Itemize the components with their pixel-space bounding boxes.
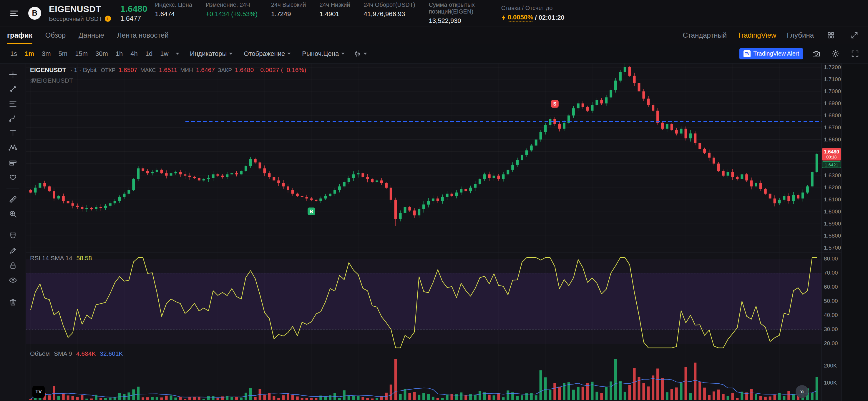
settings-gear-icon[interactable] bbox=[829, 47, 842, 60]
ohlc-value: 1.6511 bbox=[159, 66, 178, 73]
chart-region[interactable]: BS EIGENUSDT · 1 · Bybit ОТКР1.6507МАКС1… bbox=[26, 64, 822, 401]
funding-countdown: / 02:01:20 bbox=[535, 14, 564, 22]
collapse-panel-button[interactable]: » bbox=[796, 385, 809, 398]
bybit-logo[interactable]: B bbox=[28, 7, 41, 20]
lock-all-tool[interactable] bbox=[6, 258, 20, 273]
remove-all-tool[interactable] bbox=[6, 295, 20, 309]
price-tick-label: 1.7100 bbox=[824, 76, 841, 82]
stat-value: 13,522,930 bbox=[429, 17, 494, 25]
drawing-pin-icon bbox=[8, 246, 18, 255]
main-legend: EIGENUSDT · 1 · Bybit ОТКР1.6507МАКС1.65… bbox=[30, 66, 306, 73]
crosshair-tool[interactable] bbox=[6, 67, 20, 82]
timeframe-30m[interactable]: 30m bbox=[92, 47, 112, 60]
rsi-tick-label: 60.00 bbox=[824, 284, 838, 290]
tradingview-alert-button[interactable]: TV TradingView Alert bbox=[739, 48, 803, 59]
xabcd-pattern-tool[interactable] bbox=[6, 140, 20, 155]
legend-meta: · 1 · Bybit bbox=[70, 66, 97, 73]
ruler-tool[interactable] bbox=[6, 192, 20, 207]
stat-label: 24ч Высокий bbox=[271, 1, 306, 8]
zoom-in-tool[interactable] bbox=[6, 207, 20, 221]
timeframe-more-caret[interactable] bbox=[176, 53, 179, 55]
ohlc-change: −0.0027 (−0.16%) bbox=[257, 66, 306, 73]
ohlc-key: МАКС bbox=[141, 67, 156, 73]
header-stat-5: Сумма открытых позиций(EIGEN) 13,522,930 bbox=[429, 1, 494, 25]
timeframe-15m[interactable]: 15m bbox=[71, 47, 92, 60]
header: B EIGENUSDT Бессрочный USDT i 1.6480 1.6… bbox=[0, 0, 868, 27]
volume-pane[interactable]: Объём SMA 9 4.684K 32.601K bbox=[26, 349, 822, 401]
main-chart-pane[interactable]: BS EIGENUSDT · 1 · Bybit ОТКР1.6507МАКС1… bbox=[26, 64, 822, 253]
timeframe-5m[interactable]: 5m bbox=[55, 47, 71, 60]
header-stat-0: Индекс. Цена 1.6474 bbox=[155, 1, 192, 18]
chart-mode-2[interactable]: Глубина bbox=[787, 31, 814, 39]
info-icon[interactable]: i bbox=[105, 15, 111, 22]
toolbar-menu-1[interactable]: Отображение bbox=[240, 47, 294, 60]
fib-retracement-tool[interactable] bbox=[6, 96, 20, 111]
lightning-icon bbox=[501, 14, 506, 21]
timeframe-1w[interactable]: 1w bbox=[156, 47, 172, 60]
drawing-pin-tool[interactable] bbox=[6, 243, 20, 258]
toolbar-menu-2[interactable]: Рыноч.Цена bbox=[299, 47, 348, 60]
symbol-title[interactable]: EIGENUSDT bbox=[49, 4, 111, 14]
view-tab-0[interactable]: график bbox=[7, 27, 32, 44]
timeframe-1d[interactable]: 1d bbox=[142, 47, 156, 60]
stat-value: 1.6474 bbox=[155, 10, 192, 18]
timeframe-1h[interactable]: 1h bbox=[112, 47, 127, 60]
hidden-series-legend[interactable]: .MEIGENUSDT bbox=[30, 77, 73, 84]
stat-value: 1.4901 bbox=[319, 10, 350, 18]
hide-all-icon bbox=[8, 276, 18, 285]
trend-line-tool[interactable] bbox=[6, 82, 20, 96]
price-scale[interactable]: 1.6480 00:18 1.6421 1.72001.71001.70001.… bbox=[822, 64, 841, 401]
timeframe-1s[interactable]: 1s bbox=[6, 47, 21, 60]
svg-text:S: S bbox=[553, 101, 556, 106]
price-tick-label: 1.7200 bbox=[824, 64, 841, 71]
text-tool[interactable] bbox=[6, 126, 20, 140]
chart-mode-1[interactable]: TradingView bbox=[737, 31, 776, 39]
hide-all-tool[interactable] bbox=[6, 273, 20, 288]
camera-icon[interactable] bbox=[810, 47, 823, 60]
menu-icon[interactable] bbox=[8, 7, 21, 20]
funding-rate[interactable]: 0.0050% bbox=[508, 13, 533, 22]
price-tick-label: 1.6800 bbox=[824, 112, 841, 119]
volume-sma-label: SMA 9 bbox=[54, 350, 72, 357]
rsi-tick-label: 40.00 bbox=[824, 312, 838, 319]
xabcd-pattern-icon bbox=[8, 143, 18, 152]
timeframe-4h[interactable]: 4h bbox=[127, 47, 141, 60]
candlestick-style-icon bbox=[354, 50, 361, 57]
chart-mode-0[interactable]: Стандартный bbox=[683, 31, 727, 39]
header-stat-3: 24ч Низкий 1.4901 bbox=[319, 1, 350, 18]
volume-label[interactable]: Объём bbox=[30, 350, 50, 357]
index-price-badge: 1.6421 bbox=[822, 161, 841, 168]
last-price: 1.6480 bbox=[120, 4, 148, 14]
ohlc-key: ЗАКР bbox=[218, 67, 232, 73]
timeframe-3m[interactable]: 3m bbox=[38, 47, 55, 60]
price-tick-label: 1.6300 bbox=[824, 172, 841, 179]
timeframe-1m[interactable]: 1m bbox=[21, 47, 38, 60]
emoji-tool[interactable] bbox=[6, 170, 20, 185]
tradingview-logo[interactable]: TV bbox=[32, 386, 45, 398]
view-tab-2[interactable]: Данные bbox=[79, 27, 104, 44]
fullscreen-icon[interactable] bbox=[848, 47, 862, 60]
rsi-tick-label: 50.00 bbox=[824, 298, 838, 304]
toolbar-menu-0[interactable]: Индикаторы bbox=[186, 47, 236, 60]
toolbar-divider bbox=[6, 188, 20, 189]
rsi-label[interactable]: RSI 14 SMA 14 bbox=[30, 255, 72, 262]
price-tick-label: 1.6100 bbox=[824, 196, 841, 203]
rsi-legend: RSI 14 SMA 14 58.58 bbox=[30, 255, 92, 262]
eye-off-icon[interactable] bbox=[30, 77, 36, 83]
legend-ohlc: ОТКР1.6507МАКС1.6511МИН1.6467ЗАКР1.6480−… bbox=[101, 66, 306, 73]
brush-tool[interactable] bbox=[6, 111, 20, 126]
ohlc-key: ОТКР bbox=[101, 67, 115, 73]
last-price-badge-value: 1.6480 bbox=[824, 149, 839, 155]
chart-style-menu[interactable] bbox=[350, 48, 371, 60]
grid-layout-icon[interactable] bbox=[825, 29, 837, 42]
view-tab-3[interactable]: Лента новостей bbox=[117, 27, 169, 44]
ruler-icon bbox=[8, 195, 18, 204]
ohlc-value: 1.6480 bbox=[235, 66, 254, 73]
view-tab-1[interactable]: Обзор bbox=[45, 27, 66, 44]
symbol-block: EIGENUSDT Бессрочный USDT i bbox=[49, 4, 111, 22]
forecast-tool[interactable] bbox=[6, 155, 20, 170]
expand-icon[interactable] bbox=[848, 29, 861, 42]
magnet-tool[interactable] bbox=[6, 229, 20, 243]
rsi-pane[interactable]: RSI 14 SMA 14 58.58 bbox=[26, 253, 822, 349]
legend-symbol[interactable]: EIGENUSDT bbox=[30, 66, 66, 73]
